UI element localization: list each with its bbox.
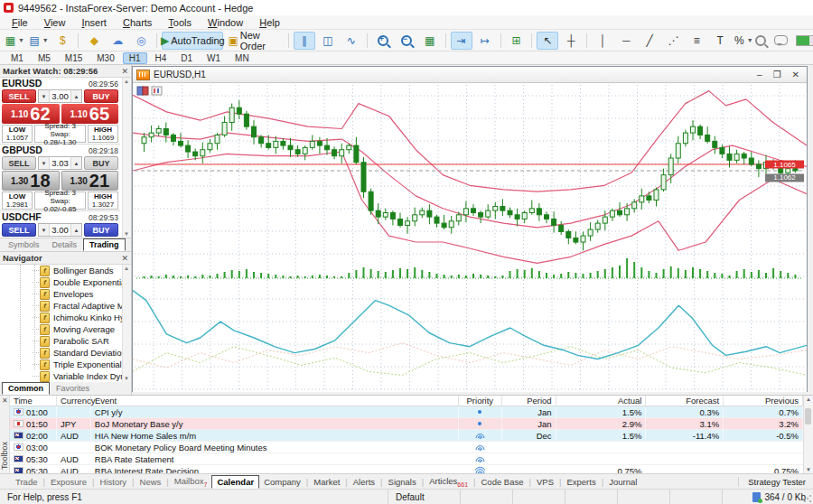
line-chart-icon[interactable]: ∿ <box>341 32 362 50</box>
zoom-out-icon[interactable] <box>396 32 417 50</box>
scroll-down-icon[interactable]: ▼ <box>124 376 129 381</box>
close-icon[interactable]: ✕ <box>121 67 128 76</box>
tab-vps[interactable]: VPS <box>532 476 558 488</box>
fibonacci-icon[interactable]: ⋰ <box>662 32 684 50</box>
close-icon[interactable]: ✕ <box>121 254 128 263</box>
nav-item-standard-deviation[interactable]: fStandard Deviation <box>0 347 131 359</box>
nav-item-double-exponential[interactable]: fDouble Exponential <box>0 276 131 288</box>
timeframe-w1[interactable]: W1 <box>201 52 227 64</box>
symbol-card-gbpusd[interactable]: GBPUSD08:29:18 SELL ▼ 3.03 ▲ BUY 1.3018 … <box>0 145 120 211</box>
chat-icon[interactable] <box>774 35 788 45</box>
new-order-button[interactable]: ▣New Order <box>225 32 284 50</box>
tab-calendar[interactable]: Calendar <box>211 475 259 489</box>
timeframe-mn[interactable]: MN <box>229 52 256 64</box>
calendar-scrollbar[interactable]: ▲ ▼ <box>803 396 813 473</box>
buy-button[interactable]: BUY <box>84 156 118 170</box>
column-header-previous[interactable]: Previous <box>724 396 803 406</box>
zoom-in-icon[interactable] <box>372 32 394 50</box>
calendar-row[interactable]: 03:00BOK Monetary Policy Board Meeting M… <box>10 442 803 453</box>
tab-trade[interactable]: Trade <box>11 476 42 488</box>
auto-scroll-icon[interactable]: ⇥ <box>451 32 472 50</box>
crosshair-icon[interactable]: ┼ <box>560 32 582 50</box>
strategy-tester-label[interactable]: Strategy Tester <box>738 477 813 487</box>
volume-stepper[interactable]: ▼ 3.03 ▲ <box>38 156 82 170</box>
nav-item-moving-average[interactable]: fMoving Average <box>0 323 131 335</box>
symbol-card-usdchf[interactable]: USDCHF08:29:53 SELL ▼ 3.00 ▲ BUY <box>0 211 120 238</box>
menu-tools[interactable]: Tools <box>160 16 200 29</box>
tab-code-base[interactable]: Code Base <box>477 476 528 488</box>
tab-history[interactable]: History <box>96 476 132 488</box>
nav-item-ichimoku-kinko-hyo[interactable]: fIchimoku Kinko Hyo <box>0 312 131 323</box>
horizontal-line-icon[interactable]: ─ <box>615 32 637 50</box>
nav-item-variable-index-dyna[interactable]: fVariable Index Dyna <box>0 370 131 382</box>
community-icon[interactable]: ☁ <box>107 32 128 50</box>
column-header-event[interactable]: Event <box>91 396 459 406</box>
price-chart[interactable]: 1.10651.1062 <box>133 83 807 392</box>
calendar-row[interactable]: 01:50JPYBoJ Monetary Base y/yJan2.9%3.1%… <box>10 418 803 430</box>
buy-button[interactable]: BUY <box>84 89 118 103</box>
calendar-row[interactable]: 05:30AUDRBA Rate Statement <box>10 453 803 465</box>
trendline-icon[interactable]: ╱ <box>639 32 660 50</box>
scrollbar-thumb[interactable] <box>805 408 811 425</box>
navigator-scrollbar[interactable]: ▲▼ <box>122 265 131 382</box>
tab-journal[interactable]: Journal <box>604 476 641 488</box>
timeframe-d1[interactable]: D1 <box>174 52 199 64</box>
menu-help[interactable]: Help <box>251 16 288 29</box>
indicators-icon[interactable]: ⊞ <box>505 32 527 50</box>
tab-exposure[interactable]: Exposure <box>46 476 91 488</box>
scroll-down-icon[interactable]: ▼ <box>124 231 129 237</box>
column-header-actual[interactable]: Actual <box>556 396 647 406</box>
column-header-currency[interactable]: Currency <box>57 396 91 406</box>
resize-grip[interactable] <box>803 494 812 503</box>
symbol-card-eurusd[interactable]: EURUSD08:29:56 SELL ▼ 3.00 ▲ BUY 1.1062 … <box>0 78 120 145</box>
tab-news[interactable]: News <box>136 476 166 488</box>
menu-insert[interactable]: Insert <box>73 16 115 29</box>
nav-item-fractal-adaptive-mo[interactable]: fFractal Adaptive Mo <box>0 300 131 312</box>
chevron-down-icon[interactable]: ▼ <box>39 90 50 102</box>
timeframe-h1[interactable]: H1 <box>123 52 147 64</box>
volume-stepper[interactable]: ▼ 3.00 ▲ <box>38 223 82 237</box>
candlestick-chart-icon[interactable]: ◫ <box>317 32 339 50</box>
profile-selector[interactable]: Default <box>388 490 461 504</box>
signals-icon[interactable]: ◎ <box>130 32 152 50</box>
calendar-row[interactable]: 01:00CPI y/yJan1.5%0.3%0.7% <box>10 406 803 418</box>
autotrading-button[interactable]: ▶AutoTrading <box>162 32 223 50</box>
sell-button[interactable]: SELL <box>2 156 36 170</box>
tab-favorites[interactable]: Favorites <box>50 382 96 395</box>
tab-market[interactable]: Market <box>309 476 344 488</box>
chart-shift-icon[interactable]: ↦ <box>474 32 496 50</box>
chevron-up-icon[interactable]: ▲ <box>70 157 81 169</box>
tile-windows-icon[interactable]: ▦ <box>419 32 441 50</box>
scroll-down-icon[interactable]: ▼ <box>806 467 811 472</box>
buy-button[interactable]: BUY <box>84 223 118 237</box>
timeframe-h4[interactable]: H4 <box>149 52 173 64</box>
market-watch-scrollbar[interactable]: ▲▼ <box>122 78 131 238</box>
scroll-up-icon[interactable]: ▲ <box>124 266 129 271</box>
open-profile-icon[interactable]: ▤▼ <box>28 32 51 50</box>
column-header-priority[interactable]: Priority <box>459 396 502 406</box>
scroll-up-icon[interactable]: ▲ <box>806 397 811 402</box>
text-tool-icon[interactable]: T <box>709 32 731 50</box>
chevron-up-icon[interactable]: ▲ <box>70 90 81 102</box>
close-icon[interactable]: ✕ <box>792 70 799 79</box>
menu-view[interactable]: View <box>36 16 74 29</box>
tab-common[interactable]: Common <box>2 382 50 395</box>
sell-button[interactable]: SELL <box>2 89 36 103</box>
tab-trading[interactable]: Trading <box>83 238 126 251</box>
calendar-row[interactable]: 02:00AUDHIA New Home Sales m/mDec1.5%-11… <box>10 430 803 442</box>
new-chart-icon[interactable]: ▦▼ <box>4 32 26 50</box>
restore-icon[interactable]: ❐ <box>773 70 781 79</box>
tab-symbols[interactable]: Symbols <box>2 238 46 251</box>
minimize-icon[interactable]: – <box>757 70 762 79</box>
chevron-down-icon[interactable]: ▼ <box>39 224 50 236</box>
menu-charts[interactable]: Charts <box>115 16 160 29</box>
chevron-up-icon[interactable]: ▲ <box>70 224 81 236</box>
tab-mailbox[interactable]: Mailbox7 <box>170 475 212 489</box>
calendar-row[interactable]: 05:30AUDRBA Interest Rate Decision0.75%0… <box>10 465 803 473</box>
tab-signals[interactable]: Signals <box>384 476 421 488</box>
nav-item-bollinger-bands[interactable]: fBollinger Bands <box>0 265 131 276</box>
tab-details[interactable]: Details <box>46 238 84 251</box>
sell-button[interactable]: SELL <box>2 223 36 237</box>
cursor-icon[interactable]: ↖ <box>537 32 558 50</box>
chart-canvas[interactable]: 1.10651.1062 <box>133 83 807 392</box>
